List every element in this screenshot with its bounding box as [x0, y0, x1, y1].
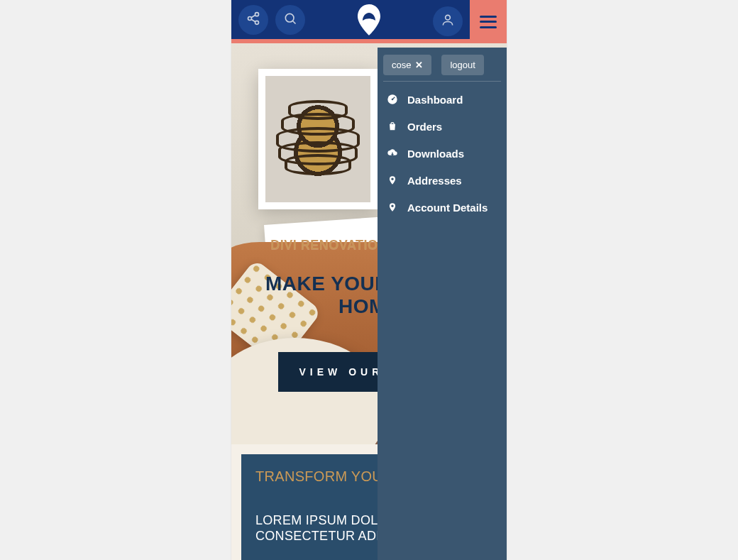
brand-logo: [350, 1, 388, 39]
svg-point-5: [285, 13, 294, 22]
menu-item-label: Orders: [407, 121, 442, 133]
share-button[interactable]: [238, 5, 268, 35]
search-button[interactable]: [275, 5, 305, 35]
menu-item-account-details[interactable]: Account Details: [383, 194, 501, 221]
menu-item-addresses[interactable]: Addresses: [383, 167, 501, 194]
gauge-icon: [386, 93, 399, 106]
account-button[interactable]: [433, 6, 463, 36]
svg-point-9: [392, 99, 394, 101]
close-icon: ✕: [415, 60, 423, 70]
svg-point-7: [446, 15, 451, 20]
logout-label: logout: [450, 60, 475, 70]
mobile-viewport: DIVI RENOVATIONS SERVICES MAKE YOURSELF …: [231, 0, 507, 560]
svg-line-6: [293, 21, 296, 23]
hamburger-icon: [480, 16, 497, 28]
svg-line-3: [251, 15, 255, 18]
menu-item-label: Downloads: [407, 148, 464, 160]
svg-point-1: [248, 16, 252, 20]
account-menu: Dashboard Orders Downloads Addresses Acc…: [383, 86, 501, 221]
close-panel-label: cose: [392, 60, 411, 70]
menu-item-label: Addresses: [407, 175, 462, 187]
cloud-download-icon: [386, 147, 399, 160]
account-panel: cose ✕ logout Dashboard Orders: [378, 48, 507, 560]
pin-icon: [386, 174, 399, 187]
close-panel-button[interactable]: cose ✕: [383, 55, 431, 75]
menu-item-downloads[interactable]: Downloads: [383, 140, 501, 167]
svg-point-2: [255, 21, 259, 24]
svg-point-0: [255, 12, 259, 16]
menu-item-orders[interactable]: Orders: [383, 113, 501, 140]
bag-icon: [386, 120, 399, 133]
menu-item-label: Account Details: [407, 202, 488, 214]
app-header: [231, 0, 507, 43]
panel-divider: [383, 81, 501, 82]
logout-button[interactable]: logout: [441, 55, 483, 75]
user-icon: [441, 13, 455, 30]
menu-button[interactable]: [470, 0, 507, 43]
pin-icon: [386, 201, 399, 214]
menu-item-label: Dashboard: [407, 94, 463, 106]
search-icon: [283, 11, 297, 28]
menu-item-dashboard[interactable]: Dashboard: [383, 86, 501, 113]
svg-line-4: [251, 19, 255, 22]
share-icon: [246, 11, 260, 28]
